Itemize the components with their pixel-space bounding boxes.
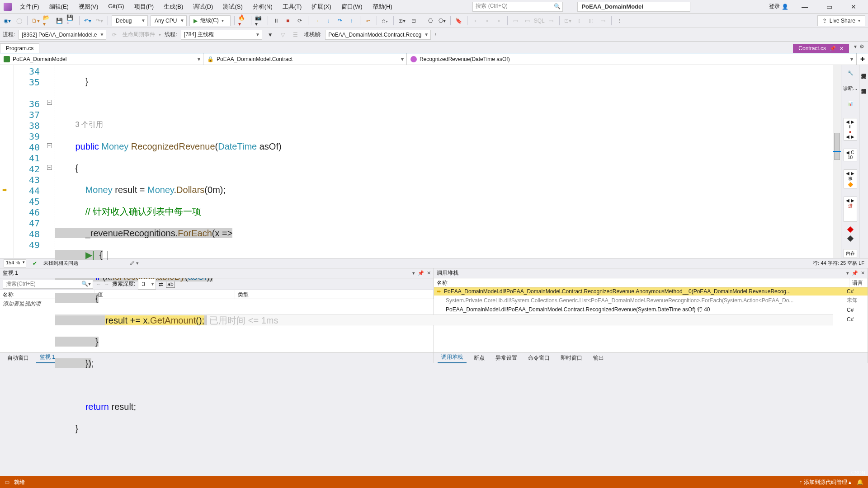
show-next-statement[interactable]: → bbox=[312, 16, 321, 25]
restore-button[interactable]: ▭ bbox=[821, 1, 837, 12]
menu-ext[interactable]: 扩展(X) bbox=[310, 2, 333, 12]
tool-b[interactable]: ⊞▾ bbox=[397, 16, 406, 25]
lifecycle-button[interactable]: ⟳ bbox=[110, 30, 119, 39]
frame-a[interactable]: ▭ bbox=[511, 16, 520, 25]
restart-button[interactable]: ⟳ bbox=[295, 16, 304, 25]
menu-file[interactable]: 文件(F) bbox=[18, 2, 41, 12]
tab-contract[interactable]: Contract.cs 📌 ✕ bbox=[793, 44, 849, 53]
tool-c[interactable]: ⊟ bbox=[409, 16, 418, 25]
codelens[interactable]: 3 个引用 bbox=[55, 119, 833, 130]
step-over-button[interactable]: ↷ bbox=[335, 16, 344, 25]
grey-1[interactable]: ▫ bbox=[471, 16, 480, 25]
cs-col-lang[interactable]: 语言 bbox=[849, 278, 868, 287]
frame-c[interactable]: ▭ bbox=[547, 16, 556, 25]
folding-margin[interactable]: − − − bbox=[45, 65, 55, 258]
menu-git[interactable]: Git(G) bbox=[106, 2, 126, 12]
scroll-preview[interactable] bbox=[833, 65, 841, 258]
step-out-button[interactable]: ↑ bbox=[347, 16, 356, 25]
filter-a[interactable]: ▼ bbox=[266, 30, 275, 39]
menu-edit[interactable]: 编辑(E) bbox=[47, 2, 71, 12]
sign-in-button[interactable]: 登录 👤 bbox=[769, 3, 788, 10]
menu-analyze[interactable]: 分析(N) bbox=[251, 2, 274, 12]
pin-icon[interactable]: 📌 bbox=[830, 46, 836, 52]
grey-2[interactable]: ▫ bbox=[483, 16, 492, 25]
memory-panel[interactable]: 内存 bbox=[844, 249, 857, 258]
code-area[interactable]: } 3 个引用 public Money RecognizedRevenue(D… bbox=[55, 65, 833, 258]
grey-4[interactable]: ⊡▾ bbox=[563, 16, 572, 25]
panel-close-icon[interactable]: ✕ bbox=[861, 270, 865, 276]
panel-dropdown-icon[interactable]: ▾ bbox=[846, 270, 849, 276]
stackframe-combo[interactable]: PoEAA_DomainModel.Contract.Recog▼ bbox=[325, 30, 431, 40]
class-crumb[interactable]: 🔒PoEAA_DomainModel.Contract▾ bbox=[203, 53, 407, 65]
menu-debug[interactable]: 调试(D) bbox=[191, 2, 215, 12]
save-all-button[interactable]: 💾⁺ bbox=[66, 16, 75, 25]
menu-help[interactable]: 帮助(H) bbox=[371, 2, 394, 12]
panel-pin-icon[interactable]: 📌 bbox=[852, 270, 858, 276]
pause-button[interactable]: ⏸ bbox=[272, 16, 281, 25]
hot-reload-button[interactable]: 🔥▾ bbox=[238, 16, 247, 25]
grey-6[interactable]: ⫿⫿ bbox=[587, 16, 596, 25]
panel-pin-icon[interactable]: 📌 bbox=[418, 270, 424, 276]
step-into-button[interactable]: ↓ bbox=[324, 16, 333, 25]
menu-build[interactable]: 生成(B) bbox=[162, 2, 185, 12]
menu-window[interactable]: 窗口(W) bbox=[340, 2, 364, 12]
stop-button[interactable]: ■ bbox=[283, 16, 292, 25]
diag-panel[interactable]: ◀ ▶⏸●◀ ▶ bbox=[844, 118, 857, 141]
menu-project[interactable]: 项目(P) bbox=[132, 2, 156, 12]
redo-button[interactable]: ↷▾ bbox=[95, 16, 104, 25]
method-crumb[interactable]: RecognizedRevenue(DateTime asOf)▾ bbox=[407, 53, 856, 65]
diag-icon[interactable]: 📊 bbox=[844, 97, 857, 110]
tab-dropdown-icon[interactable]: ▾ bbox=[854, 43, 857, 50]
filter-c[interactable]: ☰ bbox=[291, 30, 300, 39]
tab-autos[interactable]: 自动窗口 bbox=[4, 353, 33, 363]
thread-combo[interactable]: [784] 主线程▼ bbox=[181, 30, 262, 40]
process-combo[interactable]: [8352] PoEAA_DomainModel.e▼ bbox=[19, 30, 106, 40]
config-combo[interactable]: Debug▼ bbox=[112, 15, 148, 26]
split-editor-button[interactable]: ✚ bbox=[856, 53, 868, 65]
platform-combo[interactable]: Any CPU▼ bbox=[151, 15, 187, 26]
panel-close-icon[interactable]: ✕ bbox=[427, 270, 431, 276]
namespace-crumb[interactable]: PoEAA_DomainModel▾ bbox=[0, 53, 203, 65]
depth-combo[interactable]: 3▾ bbox=[138, 279, 156, 290]
grey-5[interactable]: ⫿ bbox=[575, 16, 584, 25]
new-item-button[interactable]: 🗋▾ bbox=[31, 16, 40, 25]
chart-panel[interactable]: ◀ ▶进 bbox=[844, 197, 857, 222]
minimize-button[interactable]: — bbox=[797, 1, 813, 12]
menu-test[interactable]: 测试(S) bbox=[221, 2, 244, 12]
breakpoint-margin[interactable]: ➨ bbox=[0, 65, 14, 258]
menu-view[interactable]: 视图(V) bbox=[77, 2, 100, 12]
zoom-combo[interactable]: 154 %▾ bbox=[4, 259, 26, 267]
fold-toggle[interactable]: − bbox=[47, 100, 52, 105]
overflow-button[interactable]: ⫶ bbox=[615, 16, 624, 25]
fold-toggle[interactable]: − bbox=[47, 143, 52, 148]
sql-button[interactable]: SQL bbox=[535, 16, 544, 25]
events-panel[interactable]: ◀ ▶事🔶 bbox=[844, 169, 857, 188]
save-button[interactable]: 💾 bbox=[55, 16, 64, 25]
step-back-button[interactable]: ⤺ bbox=[364, 16, 373, 25]
forward-button[interactable]: ◯ bbox=[14, 16, 24, 25]
screenshot-button[interactable]: 📷▾ bbox=[255, 16, 264, 25]
tool-a[interactable]: ⎌▾ bbox=[381, 16, 390, 25]
grey-7[interactable]: ▭ bbox=[599, 16, 608, 25]
close-button[interactable]: ✕ bbox=[845, 1, 862, 12]
frame-b[interactable]: ▭ bbox=[523, 16, 532, 25]
watch-search[interactable]: 搜索(Ctrl+E)🔍▾ bbox=[3, 280, 93, 289]
tool-e[interactable]: ⎔▾ bbox=[438, 16, 447, 25]
fold-toggle[interactable]: − bbox=[47, 165, 52, 170]
tool-d[interactable]: ⎔ bbox=[426, 16, 435, 25]
close-tab-icon[interactable]: ✕ bbox=[840, 46, 844, 52]
add-to-scm[interactable]: ↑ 添加到源代码管理 ▴ bbox=[799, 479, 851, 486]
tab-settings-icon[interactable]: ⚙ bbox=[859, 43, 864, 50]
global-search[interactable]: 搜索 (Ctrl+Q) 🔍 bbox=[472, 2, 563, 12]
wrench-icon[interactable]: 🔧 bbox=[844, 67, 857, 80]
code-editor[interactable]: ➨ 34353637383940414243444546474849 − − −… bbox=[0, 65, 841, 258]
panel-dropdown-icon[interactable]: ▾ bbox=[412, 270, 415, 276]
continue-button[interactable]: ▶ 继续(C)▾ bbox=[189, 15, 231, 26]
diag-label[interactable]: 诊断... bbox=[843, 85, 857, 92]
bookmark-button[interactable]: 🔖 bbox=[454, 16, 463, 25]
open-button[interactable]: 📂▾ bbox=[43, 16, 52, 25]
live-share-button[interactable]: ⇪Live Share▾ bbox=[817, 15, 865, 26]
filter-b[interactable]: ▽ bbox=[278, 30, 288, 39]
grey-3[interactable]: ▫ bbox=[495, 16, 504, 25]
tab-program[interactable]: Program.cs bbox=[0, 43, 39, 53]
